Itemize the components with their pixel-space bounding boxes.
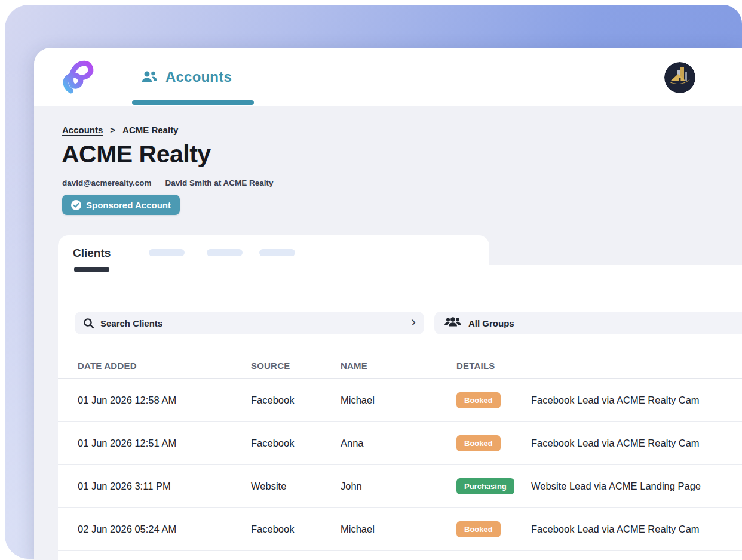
cell-source: Facebook	[251, 395, 341, 406]
account-subline: david@acmerealty.com David Smith at ACME…	[62, 177, 274, 188]
cell-name: Michael	[341, 395, 456, 406]
cell-status: Purchasing	[456, 478, 531, 494]
cell-details: Website Lead via ACME Landing Page	[531, 481, 742, 492]
column-header-name: NAME	[341, 361, 456, 371]
nav-tab-accounts[interactable]: Accounts	[140, 48, 232, 106]
cell-status: Booked	[456, 392, 531, 408]
cell-status: Booked	[456, 521, 531, 537]
nav-accounts-label: Accounts	[165, 69, 232, 85]
breadcrumb-separator: >	[110, 125, 115, 135]
chevron-right-icon[interactable]: ›	[411, 315, 416, 329]
cell-source: Website	[251, 481, 341, 492]
tab-active-underline	[74, 267, 109, 272]
cell-date-added: 01 Jun 2026 12:58 AM	[78, 395, 251, 406]
account-contact: David Smith at ACME Realty	[165, 179, 273, 187]
table-row[interactable]: 01 Jun 2026 12:51 AMFacebookAnnaBookedFa…	[58, 422, 742, 465]
column-header-source: SOURCE	[251, 361, 341, 371]
toolbar: › All G	[75, 312, 742, 334]
tab-clients-label: Clients	[73, 247, 111, 259]
search-icon	[83, 318, 94, 329]
clients-table-body: 01 Jun 2026 12:58 AMFacebookMichaelBooke…	[58, 379, 742, 560]
breadcrumb-accounts-link[interactable]: Accounts	[62, 125, 103, 135]
breadcrumb-current: ACME Realty	[122, 125, 178, 135]
column-header-date-added: DATE ADDED	[78, 361, 251, 371]
breadcrumb: Accounts > ACME Realty	[62, 125, 178, 135]
user-avatar[interactable]	[664, 62, 695, 93]
app-window: Accounts Accounts > ACME Realty	[0, 0, 742, 560]
tab-clients[interactable]: Clients	[73, 241, 111, 260]
cell-source: Facebook	[251, 438, 341, 449]
cell-name: John	[341, 481, 456, 492]
tab-placeholder-3[interactable]	[259, 249, 295, 256]
subline-divider	[158, 177, 158, 188]
sponsored-badge-label: Sponsored Account	[86, 200, 171, 210]
clients-tab-card: Clients	[58, 235, 489, 265]
column-header-details: DETAILS	[456, 361, 531, 371]
cell-name: Michael	[341, 524, 456, 535]
search-clients-box[interactable]: ›	[75, 312, 424, 334]
tab-placeholder-1[interactable]	[149, 249, 185, 256]
cell-source: Facebook	[251, 524, 341, 535]
app-header: Accounts	[34, 48, 742, 106]
brand-p-icon	[60, 57, 99, 96]
nav-active-underline	[132, 100, 254, 105]
brand-logo[interactable]	[60, 57, 99, 96]
account-email: david@acmerealty.com	[62, 179, 151, 187]
cell-date-added: 01 Jun 2026 12:51 AM	[78, 438, 251, 449]
sponsored-badge: Sponsored Account	[62, 195, 180, 215]
cell-status: Booked	[456, 435, 531, 451]
status-badge: Purchasing	[456, 478, 514, 494]
realty-building-logo-icon	[664, 62, 695, 93]
table-row[interactable]: 02 Jun 2026 9:25 AMFacebookSophiePurchas…	[58, 551, 742, 560]
cell-date-added: 01 Jun 2026 3:11 PM	[78, 481, 251, 492]
table-header: DATE ADDED SOURCE NAME DETAILS	[58, 353, 742, 379]
status-badge: Booked	[456, 392, 501, 408]
table-row[interactable]: 01 Jun 2026 12:58 AMFacebookMichaelBooke…	[58, 379, 742, 422]
status-badge: Booked	[456, 521, 501, 537]
page-title: ACME Realty	[62, 140, 211, 168]
cell-date-added: 02 Jun 2026 05:24 AM	[78, 524, 251, 535]
cell-details: Facebook Lead via ACME Realty Cam	[531, 524, 742, 535]
groups-filter[interactable]: All Groups	[434, 312, 742, 334]
check-circle-icon	[71, 200, 81, 210]
status-badge: Booked	[456, 435, 501, 451]
tab-placeholder-2[interactable]	[207, 249, 243, 256]
table-row[interactable]: 02 Jun 2026 05:24 AMFacebookMichaelBooke…	[58, 508, 742, 551]
search-input[interactable]	[100, 318, 405, 328]
clients-panel: › All G	[58, 265, 742, 560]
groups-filter-label: All Groups	[468, 318, 514, 328]
cell-name: Anna	[341, 438, 456, 449]
table-row[interactable]: 01 Jun 2026 3:11 PMWebsiteJohnPurchasing…	[58, 465, 742, 508]
cell-details: Facebook Lead via ACME Realty Cam	[531, 438, 742, 449]
cell-details: Facebook Lead via ACME Realty Cam	[531, 395, 742, 406]
users-icon	[140, 70, 158, 84]
users-group-icon	[444, 316, 462, 330]
page-body: Accounts > ACME Realty ACME Realty david…	[34, 106, 742, 560]
app-card: Accounts Accounts > ACME Realty	[34, 48, 742, 560]
